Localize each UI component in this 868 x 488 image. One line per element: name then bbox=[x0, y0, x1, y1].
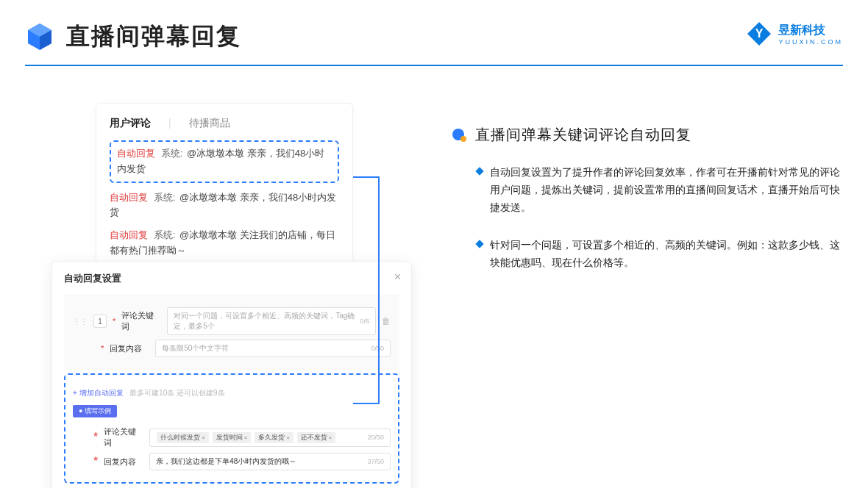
example-keyword-input[interactable]: 什么时候发货 发货时间 多久发货 还不发货 20/50 bbox=[149, 428, 391, 447]
trash-icon[interactable]: 🗑 bbox=[382, 316, 391, 326]
page-header: 直播间弹幕回复 Y 昱新科技 YUUXIN.COM bbox=[25, 21, 843, 53]
header-divider bbox=[25, 65, 843, 66]
mock-area: 用户评论 | 待播商品 自动回复 系统: @冰墩墩本墩 亲亲，我们48小时内发货… bbox=[51, 103, 405, 280]
bullet-item: 自动回复设置为了提升作者的评论回复效率，作者可在开播前针对常见的评论用户问题，提… bbox=[452, 164, 842, 216]
system-tag: 系统: bbox=[154, 229, 176, 240]
auto-reply-tag: 自动回复 bbox=[117, 148, 155, 159]
example-block: + 增加自动回复 最多可建10条 还可以创建9条 ● 填写示例 * 评论关键词 … bbox=[64, 373, 399, 484]
system-tag: 系统: bbox=[154, 192, 176, 203]
brand-name: 昱新科技 bbox=[778, 23, 843, 38]
modal-title: 自动回复设置 bbox=[64, 272, 399, 285]
rule-index: 1 bbox=[93, 315, 107, 328]
comment-row: 自动回复 系统: @冰墩墩本墩 亲亲，我们48小时内发货 bbox=[110, 190, 339, 221]
tag-chip[interactable]: 发货时间 bbox=[213, 432, 252, 443]
section-head: 直播间弹幕关键词评论自动回复 bbox=[452, 125, 842, 145]
required-icon: * bbox=[101, 344, 104, 353]
tab-user-comments[interactable]: 用户评论 bbox=[110, 117, 151, 130]
auto-reply-tag: 自动回复 bbox=[110, 192, 148, 203]
highlighted-comment: 自动回复 系统: @冰墩墩本墩 亲亲，我们48小时内发货 bbox=[110, 140, 339, 183]
tag-chip[interactable]: 什么时候发货 bbox=[157, 432, 209, 443]
bullet-text: 自动回复设置为了提升作者的评论回复效率，作者可在开播前针对常见的评论用户问题，提… bbox=[490, 164, 842, 216]
brand-url: YUUXIN.COM bbox=[778, 38, 843, 46]
keyword-placeholder: 对同一个问题，可设置多个相近、高频的关键词，Tag确定，最多5个 bbox=[174, 311, 360, 331]
drag-handle-icon[interactable]: ⋮⋮ bbox=[73, 317, 88, 326]
bubble-icon bbox=[452, 127, 468, 143]
cube-icon bbox=[25, 22, 54, 51]
page-title: 直播间弹幕回复 bbox=[66, 21, 241, 53]
content-placeholder: 每条限50个中文字符 bbox=[162, 343, 229, 354]
keyword-input[interactable]: 对同一个问题，可设置多个相近、高频的关键词，Tag确定，最多5个 0/6 bbox=[167, 307, 376, 335]
example-content-input[interactable]: 亲，我们这边都是下单48小时内发货的哦～ 37/50 bbox=[149, 453, 391, 470]
example-keyword-label: 评论关键词 bbox=[104, 426, 143, 448]
tag-chip[interactable]: 还不发货 bbox=[297, 432, 336, 443]
required-icon: * bbox=[93, 431, 98, 444]
example-tags: 什么时候发货 发货时间 多久发货 还不发货 bbox=[156, 432, 336, 443]
system-tag: 系统: bbox=[161, 148, 183, 159]
example-badge: ● 填写示例 bbox=[73, 405, 117, 417]
diamond-icon bbox=[475, 240, 483, 248]
comment-row: 自动回复 系统: @冰墩墩本墩 亲亲，我们48小时内发货 bbox=[117, 146, 332, 177]
add-hint: 最多可建10条 还可以创建9条 bbox=[129, 389, 224, 397]
required-icon: * bbox=[113, 317, 115, 326]
tab-pending-products[interactable]: 待播商品 bbox=[189, 117, 230, 130]
tag-chip[interactable]: 多久发货 bbox=[255, 432, 294, 443]
comments-panel: 用户评论 | 待播商品 自动回复 系统: @冰墩墩本墩 亲亲，我们48小时内发货… bbox=[96, 103, 353, 280]
example-keyword-count: 20/50 bbox=[367, 434, 384, 441]
example-content-label: 回复内容 bbox=[104, 456, 143, 467]
example-content-count: 37/50 bbox=[367, 458, 384, 465]
content-count: 0/50 bbox=[371, 345, 384, 352]
bullet-text: 针对同一个问题，可设置多个相近的、高频的关键词。例如：这款多少钱、这块能优惠吗、… bbox=[490, 237, 842, 272]
svg-text:Y: Y bbox=[755, 27, 764, 40]
comment-row: 自动回复 系统: @冰墩墩本墩 关注我们的店铺，每日都有热门推荐呦～ bbox=[110, 228, 339, 259]
section-title: 直播间弹幕关键词评论自动回复 bbox=[475, 125, 691, 145]
brand-block: Y 昱新科技 YUUXIN.COM bbox=[746, 21, 843, 47]
content-label: 回复内容 bbox=[110, 343, 149, 354]
auto-reply-tag: 自动回复 bbox=[110, 229, 148, 240]
bullet-item: 针对同一个问题，可设置多个相近的、高频的关键词。例如：这款多少钱、这块能优惠吗、… bbox=[452, 237, 842, 272]
close-icon[interactable]: × bbox=[394, 270, 401, 284]
keyword-label: 评论关键词 bbox=[121, 310, 161, 332]
example-content-value: 亲，我们这边都是下单48小时内发货的哦～ bbox=[156, 456, 296, 467]
content-input[interactable]: 每条限50个中文字符 0/50 bbox=[155, 340, 391, 357]
keyword-count: 0/6 bbox=[360, 317, 369, 325]
auto-reply-settings-modal: 自动回复设置 × ⋮⋮ 1 * 评论关键词 对同一个问题，可设置多个相近、高频的… bbox=[51, 261, 412, 488]
comment-tabs: 用户评论 | 待播商品 bbox=[110, 117, 339, 130]
svg-point-6 bbox=[460, 136, 466, 142]
required-icon: * bbox=[93, 455, 98, 468]
tab-separator: | bbox=[168, 117, 171, 130]
diamond-icon bbox=[475, 167, 483, 175]
description-column: 直播间弹幕关键词评论自动回复 自动回复设置为了提升作者的评论回复效率，作者可在开… bbox=[452, 125, 842, 293]
add-auto-reply-link[interactable]: + 增加自动回复 bbox=[73, 388, 124, 398]
brand-icon: Y bbox=[746, 21, 772, 47]
form-section: ⋮⋮ 1 * 评论关键词 对同一个问题，可设置多个相近、高频的关键词，Tag确定… bbox=[64, 294, 399, 370]
